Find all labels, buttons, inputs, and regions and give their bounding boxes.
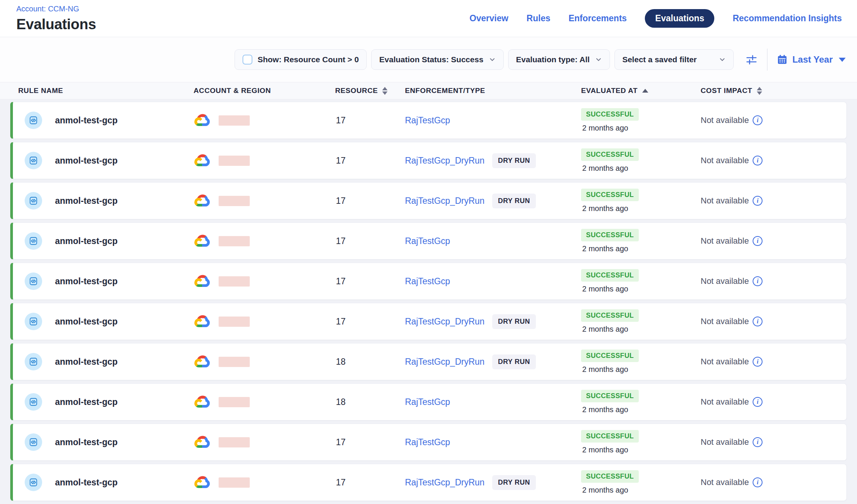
cost-impact-value: Not available [701, 276, 749, 286]
dry-run-badge: DRY RUN [492, 153, 536, 168]
evaluation-status-dropdown[interactable]: Evaluation Status: Success [371, 49, 503, 70]
code-rule-icon [28, 437, 38, 447]
evaluation-type-dropdown[interactable]: Evaluation type: All [508, 49, 610, 70]
info-icon[interactable]: i [753, 156, 762, 165]
nav-tab-overview[interactable]: Overview [469, 13, 508, 24]
table-row[interactable]: anmol-test-gcp 17 RajTestGcp SUCCESSFUL … [10, 424, 847, 461]
info-icon[interactable]: i [753, 115, 762, 125]
evaluated-time: 2 months ago [581, 486, 628, 495]
nav-tab-enforcements[interactable]: Enforcements [569, 13, 627, 24]
enforcement-link[interactable]: RajTestGcp [405, 115, 492, 126]
info-icon[interactable]: i [753, 397, 762, 407]
account-region-cell [194, 112, 335, 129]
status-badge: SUCCESSFUL [581, 430, 639, 443]
cost-impact-cell: Not available i [701, 115, 846, 125]
column-header-evaluated-at[interactable]: EVALUATED AT [581, 87, 701, 95]
info-icon[interactable]: i [753, 196, 762, 206]
enforcement-link[interactable]: RajTestGcp_DryRun [405, 357, 492, 367]
table-row[interactable]: anmol-test-gcp 17 RajTestGcp SUCCESSFUL … [10, 263, 847, 300]
enforcement-link[interactable]: RajTestGcp_DryRun [405, 477, 492, 488]
enforcement-link[interactable]: RajTestGcp_DryRun [405, 317, 492, 327]
cost-impact-value: Not available [701, 156, 749, 165]
table-row[interactable]: anmol-test-gcp 17 RajTestGcp_DryRun DRY … [10, 182, 847, 219]
gcp-cloud-icon [194, 152, 211, 169]
evaluated-time: 2 months ago [581, 124, 628, 132]
rule-name: anmol-test-gcp [55, 156, 118, 166]
sort-icon[interactable] [757, 87, 762, 95]
table-row[interactable]: anmol-test-gcp 17 RajTestGcp_DryRun DRY … [10, 142, 847, 179]
sliders-icon [745, 53, 758, 66]
evaluated-at-cell: SUCCESSFUL 2 months ago [581, 470, 701, 495]
cost-impact-value: Not available [701, 437, 749, 447]
resource-count: 17 [335, 236, 405, 246]
table-row[interactable]: anmol-test-gcp 17 RajTestGcp SUCCESSFUL … [10, 102, 847, 139]
sort-icon[interactable] [382, 87, 388, 95]
resource-count-label: Show: Resource Count > 0 [258, 55, 359, 64]
column-header-account-region: ACCOUNT & REGION [194, 87, 335, 95]
enforcement-link[interactable]: RajTestGcp [405, 397, 492, 407]
cost-impact-value: Not available [701, 397, 749, 407]
table-row[interactable]: anmol-test-gcp 17 RajTestGcp SUCCESSFUL … [10, 222, 847, 260]
code-rule-icon [28, 236, 38, 246]
date-range-picker[interactable]: Last Year [777, 54, 846, 65]
rule-name: anmol-test-gcp [55, 276, 118, 287]
enforcement-link[interactable]: RajTestGcp_DryRun [405, 156, 492, 166]
breadcrumb-account-link[interactable]: Account: CCM-NG [16, 5, 96, 13]
enforcement-cell: RajTestGcp_DryRun DRY RUN [405, 475, 581, 490]
top-header: Account: CCM-NG Evaluations Overview Rul… [0, 0, 857, 37]
cost-impact-value: Not available [701, 236, 749, 246]
info-icon[interactable]: i [753, 276, 762, 286]
info-icon[interactable]: i [753, 317, 762, 326]
sort-ascending-icon[interactable] [642, 89, 648, 93]
info-icon[interactable]: i [753, 477, 762, 487]
table-header: RULE NAME ACCOUNT & REGION RESOURCE ENFO… [0, 82, 857, 99]
redacted-account-name [219, 357, 250, 367]
status-badge: SUCCESSFUL [581, 269, 639, 282]
dry-run-badge: DRY RUN [492, 475, 536, 490]
table-row[interactable]: anmol-test-gcp 17 RajTestGcp_DryRun DRY … [10, 303, 847, 340]
cost-impact-cell: Not available i [701, 196, 846, 206]
status-badge: SUCCESSFUL [581, 189, 639, 201]
table-row[interactable]: anmol-test-gcp 18 RajTestGcp SUCCESSFUL … [10, 383, 847, 421]
nav-tab-rules[interactable]: Rules [526, 13, 550, 24]
enforcement-link[interactable]: RajTestGcp [405, 437, 492, 447]
page-title: Evaluations [16, 16, 96, 33]
column-header-cost-impact[interactable]: COST IMPACT [701, 87, 847, 95]
table-row[interactable]: anmol-test-gcp 17 RajTestGcp_DryRun DRY … [10, 464, 847, 501]
gcp-cloud-icon [194, 433, 211, 451]
redacted-account-name [219, 236, 250, 246]
filter-bar: Show: Resource Count > 0 Evaluation Stat… [0, 37, 857, 82]
resource-count-filter[interactable]: Show: Resource Count > 0 [235, 49, 367, 70]
redacted-account-name [219, 156, 250, 166]
evaluated-at-cell: SUCCESSFUL 2 months ago [581, 189, 701, 213]
enforcement-link[interactable]: RajTestGcp [405, 276, 492, 287]
top-nav: Overview Rules Enforcements Evaluations … [469, 9, 842, 28]
resource-count-checkbox[interactable] [243, 55, 252, 65]
evaluated-at-cell: SUCCESSFUL 2 months ago [581, 108, 701, 132]
gcp-cloud-icon [194, 272, 211, 290]
saved-filter-dropdown[interactable]: Select a saved filter [614, 49, 734, 70]
filter-settings-button[interactable] [745, 53, 758, 66]
evaluated-time: 2 months ago [581, 164, 628, 173]
account-region-cell [194, 152, 335, 169]
rule-name-cell: anmol-test-gcp [13, 433, 194, 451]
nav-tab-evaluations[interactable]: Evaluations [645, 9, 714, 28]
resource-count: 18 [335, 397, 405, 407]
column-header-resource[interactable]: RESOURCE [335, 87, 405, 95]
info-icon[interactable]: i [753, 357, 762, 367]
saved-filter-placeholder: Select a saved filter [622, 55, 697, 64]
evaluated-time: 2 months ago [581, 365, 628, 374]
resource-count: 17 [335, 317, 405, 327]
rule-avatar [25, 313, 42, 330]
table-row[interactable]: anmol-test-gcp 18 RajTestGcp_DryRun DRY … [10, 343, 847, 380]
rule-name-cell: anmol-test-gcp [13, 112, 194, 129]
enforcement-link[interactable]: RajTestGcp_DryRun [405, 196, 492, 206]
evaluation-status-value: Evaluation Status: Success [379, 55, 483, 64]
enforcement-cell: RajTestGcp_DryRun DRY RUN [405, 153, 581, 168]
info-icon[interactable]: i [753, 236, 762, 246]
enforcement-cell: RajTestGcp_DryRun DRY RUN [405, 194, 581, 208]
info-icon[interactable]: i [753, 437, 762, 447]
gcp-cloud-icon [194, 313, 211, 330]
enforcement-link[interactable]: RajTestGcp [405, 236, 492, 246]
nav-tab-recommendation-insights[interactable]: Recommendation Insights [733, 13, 842, 24]
